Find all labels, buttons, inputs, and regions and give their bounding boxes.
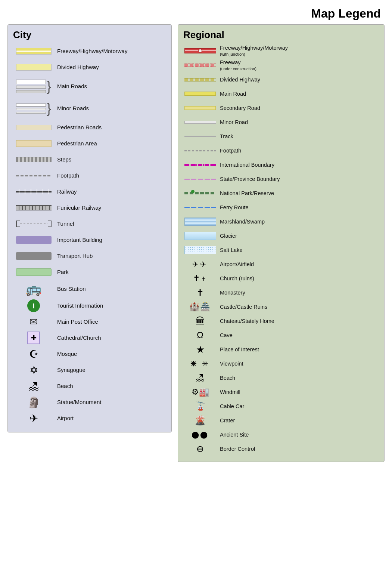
reg-minor-road-icon (183, 121, 217, 124)
regional-column: Regional Freeway/Highway/Motorway (with … (178, 24, 385, 462)
list-item: 🏛 Chateau/Stately Home (183, 315, 379, 327)
list-item: Salt Lake (183, 244, 379, 256)
railway-label: Railway (54, 188, 77, 195)
freeway-city-label: Freeway/Highway/Motorway (54, 47, 127, 55)
reg-beach-icon: 🏖 (183, 373, 217, 383)
page-title: Map Legend (0, 0, 392, 24)
list-item: ★ Place of Interest (183, 344, 379, 355)
reg-salt-lake-label: Salt Lake (217, 247, 242, 254)
list-item: 🌋 Crater (183, 415, 379, 426)
columns-wrapper: City Freeway/Highway/Motorway Divided Hi… (0, 24, 392, 469)
post-office-icon: ✉ (13, 316, 54, 328)
freeway-city-icon (13, 48, 54, 55)
list-item: Divided Highway (183, 74, 379, 86)
reg-state-boundary-label: State/Province Boundary (217, 176, 280, 183)
main-roads-label: Main Roads (54, 83, 87, 90)
transport-hub-icon (13, 252, 54, 260)
funicular-label: Funicular Railway (54, 204, 101, 212)
reg-glacier-icon (183, 232, 217, 240)
list-item: ✝✝ Church (ruins) (183, 272, 379, 284)
reg-border-control-icon: ⊖ (183, 444, 217, 454)
reg-beach-label: Beach (217, 375, 235, 382)
reg-ancient-site-label: Ancient Site (217, 431, 249, 438)
reg-national-park-icon (183, 191, 217, 196)
reg-cave-label: Cave (217, 332, 233, 339)
list-item: ✝ Monastery (183, 287, 379, 299)
list-item: ❋ ✳ Viewpoint (183, 358, 379, 370)
important-building-label: Important Building (54, 236, 102, 244)
reg-freeway-label: Freeway/Highway/Motorway (with junction) (217, 44, 288, 57)
tunnel-icon (13, 220, 54, 228)
mosque-icon: ☪ (13, 348, 54, 360)
reg-crater-icon: 🌋 (183, 415, 217, 426)
reg-freeway-icon (183, 48, 217, 53)
reg-minor-road-label: Minor Road (217, 119, 248, 126)
list-item: Track (183, 130, 379, 142)
reg-church-label: Church (ruins) (217, 275, 254, 282)
reg-castle-label: Castle/Castle Ruins (217, 304, 267, 311)
list-item: 🏖 Beach (13, 379, 166, 393)
reg-salt-lake-icon (183, 246, 217, 254)
reg-divided-highway-label: Divided Highway (217, 76, 260, 83)
railway-icon (13, 189, 54, 194)
list-item: National Park/Reserve (183, 187, 379, 199)
list-item: Footpath (183, 145, 379, 157)
list-item: 🗿 Statue/Monument (13, 395, 166, 409)
steps-icon (13, 157, 54, 162)
reg-divided-highway-icon (183, 78, 217, 81)
reg-cable-car-icon: 🚡 (183, 401, 217, 411)
pedestrian-area-icon (13, 140, 54, 147)
reg-airport-label: Airport/Airfield (217, 261, 254, 268)
regional-heading: Regional (183, 29, 379, 41)
mosque-label: Mosque (54, 350, 77, 358)
tourist-info-icon: i (13, 299, 54, 312)
city-column: City Freeway/Highway/Motorway Divided Hi… (7, 24, 172, 432)
reg-ferry-label: Ferry Route (217, 204, 249, 211)
reg-marshland-label: Marshland/Swamp (217, 218, 265, 225)
footpath-city-icon (13, 175, 54, 176)
list-item: ☪ Mosque (13, 347, 166, 361)
list-item: Minor Road (183, 116, 379, 128)
list-item: 🚡 Cable Car (183, 400, 379, 412)
reg-castle-icon: 🏰🏯 (183, 302, 217, 312)
bus-station-icon: 🚌 (13, 281, 54, 296)
list-item: Footpath (13, 169, 166, 182)
statue-icon: 🗿 (13, 396, 54, 409)
reg-ancient-site-icon: ⬤⬤ (183, 431, 217, 439)
beach-city-label: Beach (54, 382, 73, 390)
cathedral-label: Cathedral/Church (54, 334, 101, 342)
reg-freeway-construction-icon (183, 64, 217, 67)
reg-secondary-road-icon (183, 106, 217, 110)
funicular-icon (13, 205, 54, 210)
reg-track-icon (183, 136, 217, 137)
list-item: ✚ Cathedral/Church (13, 331, 166, 345)
list-item: Main Road (183, 88, 379, 100)
list-item: ⬤⬤ Ancient Site (183, 429, 379, 441)
airport-city-label: Airport (54, 415, 74, 422)
list-item: Ω Cave (183, 329, 379, 341)
list-item: i Tourist Information (13, 299, 166, 312)
list-item: Ferry Route (183, 201, 379, 213)
pedestrian-roads-label: Pedestrian Roads (54, 124, 102, 131)
reg-glacier-label: Glacier (217, 232, 237, 240)
reg-border-control-label: Border Control (217, 446, 255, 453)
post-office-label: Main Post Office (54, 318, 98, 326)
park-label: Park (54, 268, 69, 276)
reg-freeway-construction-label: Freeway (under construction) (217, 59, 256, 71)
important-building-icon (13, 236, 54, 244)
list-item: ⊖ Border Control (183, 443, 379, 455)
reg-state-boundary-icon (183, 179, 217, 180)
reg-chateau-label: Chateau/Stately Home (217, 318, 274, 325)
list-item: ✈✈ Airport/Airfield (183, 258, 379, 270)
minor-roads-icon: } (13, 102, 54, 115)
main-roads-icon: } (13, 80, 54, 93)
list-item: ⚙🏭 Windmill (183, 386, 379, 398)
list-item: Marshland/Swamp (183, 216, 379, 228)
list-item: Funicular Railway (13, 201, 166, 215)
reg-place-interest-icon: ★ (183, 344, 217, 355)
reg-church-icon: ✝✝ (183, 274, 217, 283)
pedestrian-area-label: Pedestrian Area (54, 140, 97, 147)
statue-label: Statue/Monument (54, 398, 101, 406)
reg-footpath-icon (183, 150, 217, 151)
reg-cable-car-label: Cable Car (217, 403, 244, 410)
